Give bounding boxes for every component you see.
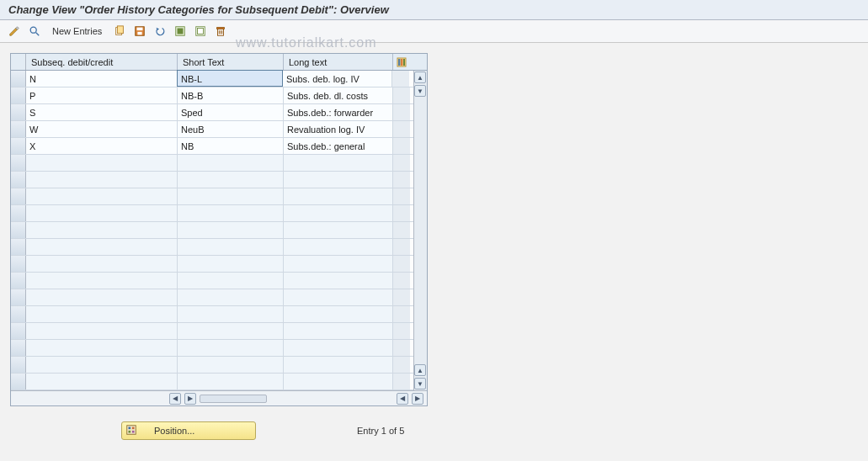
column-header-longtext[interactable]: Long text (284, 54, 393, 70)
row-selector[interactable] (11, 222, 26, 238)
table-row-empty (11, 155, 427, 172)
table-row-empty (11, 306, 427, 323)
row-selector[interactable] (11, 340, 26, 356)
table-header: Subseq. debit/credit Short Text Long tex… (11, 54, 427, 71)
row-selector[interactable] (11, 104, 26, 120)
table-row: W NeuB Revaluation log. IV (11, 121, 427, 138)
table-row-empty (11, 256, 427, 273)
cell-longtext[interactable]: Subs.deb.: forwarder (284, 104, 393, 120)
table-row-empty (11, 222, 427, 239)
page-title: Change View "Order History Categories fo… (0, 0, 868, 20)
horizontal-scrollbar[interactable]: ◀ ▶ ◀ ▶ (11, 390, 427, 405)
svg-rect-8 (178, 29, 184, 34)
svg-rect-5 (137, 28, 143, 31)
row-selector[interactable] (11, 357, 26, 373)
column-header-shorttext[interactable]: Short Text (178, 54, 284, 70)
row-selector[interactable] (11, 323, 26, 339)
select-all-icon[interactable] (173, 24, 188, 39)
svg-rect-22 (132, 427, 135, 430)
scroll-area (392, 71, 409, 87)
table-row-empty (11, 239, 427, 256)
row-selector[interactable] (11, 188, 26, 204)
save-icon[interactable] (132, 24, 147, 39)
table-row-empty (11, 323, 427, 340)
cell-longtext[interactable]: Subs. deb. log. IV (283, 71, 392, 87)
entry-count-text: Entry 1 of 5 (357, 426, 404, 436)
vertical-scrollbar[interactable]: ▲ ▼ ▲ ▼ (413, 71, 427, 390)
position-button-label: Position... (154, 426, 194, 436)
scroll-track[interactable] (200, 395, 267, 403)
cell-subseq[interactable]: W (26, 121, 178, 137)
deselect-all-icon[interactable] (193, 24, 208, 39)
cell-shorttext[interactable]: Sped (178, 104, 284, 120)
svg-rect-12 (217, 28, 225, 29)
svg-rect-19 (403, 59, 405, 66)
row-selector[interactable] (11, 87, 26, 103)
table-row-empty (11, 188, 427, 205)
row-selector[interactable] (11, 256, 26, 272)
cell-shorttext[interactable]: NB (178, 138, 284, 154)
column-header-subseq[interactable]: Subseq. debit/credit (26, 54, 178, 70)
cell-subseq[interactable]: S (26, 104, 178, 120)
row-selector[interactable] (11, 205, 26, 221)
row-selector[interactable] (11, 155, 26, 171)
svg-rect-18 (401, 59, 403, 66)
row-selector-header[interactable] (11, 54, 26, 70)
table-row: P NB-B Subs. deb. dl. costs (11, 87, 427, 104)
scroll-up-icon[interactable]: ▲ (414, 364, 426, 376)
row-selector[interactable] (11, 239, 26, 255)
svg-rect-24 (132, 431, 135, 433)
table-row-empty (11, 205, 427, 222)
row-selector[interactable] (11, 71, 26, 87)
table-row: S Sped Subs.deb.: forwarder (11, 104, 427, 121)
scroll-left-icon[interactable]: ◀ (169, 393, 181, 405)
row-selector[interactable] (11, 289, 26, 305)
undo-icon[interactable] (152, 24, 168, 39)
svg-line-1 (36, 33, 40, 36)
svg-rect-17 (398, 59, 401, 66)
table-row-empty (11, 357, 427, 374)
cell-subseq[interactable]: P (26, 87, 178, 103)
table: Subseq. debit/credit Short Text Long tex… (10, 53, 428, 406)
svg-rect-23 (129, 431, 131, 433)
svg-rect-20 (127, 426, 136, 435)
row-selector[interactable] (11, 138, 26, 154)
row-selector[interactable] (11, 121, 26, 137)
svg-point-0 (30, 27, 36, 33)
row-selector[interactable] (11, 172, 26, 188)
svg-rect-3 (118, 26, 124, 34)
watermark-text: www.tutorialkart.com (236, 35, 377, 50)
scroll-down-icon[interactable]: ▼ (414, 85, 426, 97)
configure-columns-icon[interactable] (393, 54, 410, 70)
scroll-right-icon[interactable]: ▶ (184, 393, 196, 405)
table-row-empty (11, 289, 427, 306)
row-selector[interactable] (11, 306, 26, 322)
cell-longtext[interactable]: Revaluation log. IV (284, 121, 393, 137)
toolbar: New Entries (0, 20, 868, 43)
cell-longtext[interactable]: Subs.deb.: general (284, 138, 393, 154)
cell-subseq[interactable]: X (26, 138, 178, 154)
scroll-up-icon[interactable]: ▲ (414, 72, 426, 83)
copy-icon[interactable] (112, 24, 127, 39)
cell-subseq[interactable]: N (26, 71, 178, 87)
cell-shorttext[interactable]: NeuB (178, 121, 284, 137)
position-icon (125, 424, 137, 437)
scroll-left-icon[interactable]: ◀ (397, 393, 408, 405)
scroll-right-icon[interactable]: ▶ (412, 393, 423, 405)
footer: Position... Entry 1 of 5 (111, 406, 858, 455)
cell-longtext[interactable]: Subs. deb. dl. costs (284, 87, 393, 103)
delete-icon[interactable] (213, 24, 228, 39)
cell-shorttext[interactable]: NB-L (177, 70, 283, 87)
table-row-empty (11, 374, 427, 390)
toggle-edit-icon[interactable] (7, 24, 22, 39)
cell-shorttext[interactable]: NB-B (178, 87, 284, 103)
table-row-empty (11, 340, 427, 357)
find-icon[interactable] (27, 24, 42, 39)
scroll-down-icon[interactable]: ▼ (414, 378, 426, 389)
table-row: N NB-L Subs. deb. log. IV (11, 71, 427, 87)
position-button[interactable]: Position... (121, 421, 256, 440)
svg-rect-6 (138, 32, 142, 35)
row-selector[interactable] (11, 374, 26, 389)
row-selector[interactable] (11, 273, 26, 289)
new-entries-button[interactable]: New Entries (47, 24, 107, 38)
